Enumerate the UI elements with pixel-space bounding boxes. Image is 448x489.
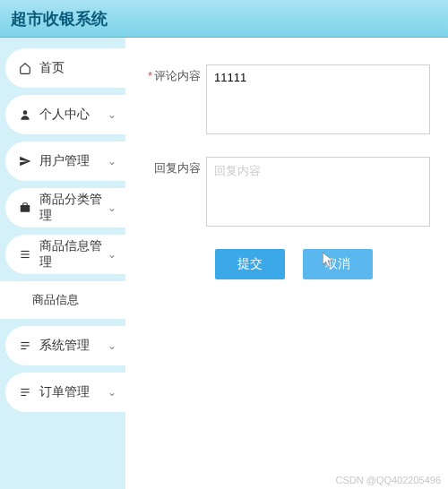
- layout: 首页 个人中心 ⌄ 用户管理 ⌄ 商品分类管理 ⌄: [0, 38, 448, 489]
- sidebar: 首页 个人中心 ⌄ 用户管理 ⌄ 商品分类管理 ⌄: [0, 38, 125, 489]
- comment-input-wrap: [206, 64, 448, 137]
- send-icon: [18, 155, 32, 167]
- sidebar-item-system[interactable]: 系统管理 ⌄: [5, 326, 125, 365]
- chevron-down-icon: ⌄: [108, 386, 116, 399]
- sidebar-item-orders[interactable]: 订单管理 ⌄: [5, 373, 125, 412]
- app-header: 超市收银系统: [0, 0, 448, 38]
- form-row-comment: *评论内容: [143, 64, 448, 137]
- chevron-down-icon: ⌄: [108, 339, 116, 352]
- main-content: *评论内容 回复内容 提交 取消: [125, 38, 448, 489]
- sidebar-item-users[interactable]: 用户管理 ⌄: [5, 142, 125, 181]
- submit-button[interactable]: 提交: [215, 249, 285, 279]
- chevron-down-icon: ⌄: [108, 248, 116, 261]
- sidebar-subitem-product-info[interactable]: 商品信息: [0, 281, 125, 319]
- list-icon: [18, 386, 32, 399]
- home-icon: [18, 62, 32, 74]
- reply-textarea[interactable]: [206, 157, 430, 227]
- list-icon: [18, 339, 32, 352]
- briefcase-icon: [18, 202, 32, 214]
- form-row-reply: 回复内容: [143, 157, 448, 229]
- svg-rect-1: [21, 205, 30, 212]
- list-icon: [18, 248, 32, 261]
- sidebar-subitem-label: 商品信息: [32, 293, 79, 306]
- sidebar-item-label: 首页: [39, 60, 125, 76]
- chevron-down-icon: ⌄: [108, 108, 116, 121]
- required-mark: *: [148, 69, 152, 82]
- sidebar-item-label: 用户管理: [39, 153, 108, 169]
- sidebar-item-home[interactable]: 首页: [5, 48, 125, 88]
- cancel-button[interactable]: 取消: [303, 249, 373, 279]
- sidebar-item-label: 商品信息管理: [39, 238, 108, 270]
- sidebar-item-label: 系统管理: [39, 338, 108, 354]
- watermark: CSDN @QQ402205496: [335, 475, 441, 485]
- chevron-down-icon: ⌄: [108, 202, 116, 214]
- sidebar-item-label: 个人中心: [39, 107, 108, 123]
- app-title: 超市收银系统: [11, 8, 108, 30]
- sidebar-item-category[interactable]: 商品分类管理 ⌄: [5, 188, 125, 227]
- comment-label: *评论内容: [143, 64, 206, 84]
- svg-point-0: [23, 110, 28, 115]
- chevron-down-icon: ⌄: [108, 155, 116, 167]
- sidebar-item-label: 商品分类管理: [39, 192, 108, 224]
- reply-label: 回复内容: [143, 157, 206, 176]
- comment-textarea[interactable]: [206, 64, 430, 134]
- sidebar-item-label: 订单管理: [39, 384, 108, 400]
- user-icon: [18, 108, 32, 121]
- button-row: 提交 取消: [215, 249, 448, 279]
- sidebar-item-products[interactable]: 商品信息管理 ⌄: [5, 235, 125, 274]
- sidebar-item-profile[interactable]: 个人中心 ⌄: [5, 95, 125, 134]
- reply-input-wrap: [206, 157, 448, 229]
